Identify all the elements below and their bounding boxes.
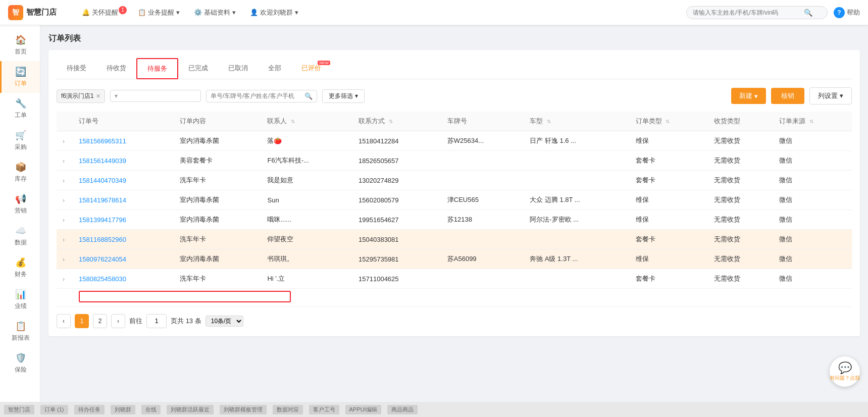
page-1-button[interactable]: 1 bbox=[75, 314, 89, 328]
new-order-button[interactable]: 新建 ▾ bbox=[731, 88, 766, 104]
tab-pending-service[interactable]: 待服务 bbox=[136, 58, 178, 79]
col-contact[interactable]: 联系人 ⇅ bbox=[261, 112, 352, 131]
global-search-input[interactable] bbox=[693, 9, 804, 16]
taskbar-item-9[interactable]: APPUI编辑 bbox=[345, 405, 381, 414]
order-table: 订单号 订单内容 联系人 ⇅ 联系方式 ⇅ 车牌号 车型 ⇅ 订单类型 ⇅ 收货… bbox=[57, 112, 852, 307]
expand-cell[interactable]: › bbox=[57, 249, 73, 269]
taskbar-item-8[interactable]: 客户工号 bbox=[309, 405, 339, 414]
sidebar-item-purchase[interactable]: 🛒 采购 bbox=[0, 125, 40, 157]
taskbar-item-1[interactable]: 订单 (1) bbox=[40, 405, 68, 414]
nav-basic-data[interactable]: ⚙️ 基础资料 ▾ bbox=[188, 5, 242, 20]
tab-cancelled[interactable]: 已取消 bbox=[218, 59, 258, 79]
order-no-link[interactable]: 1581440470349 bbox=[79, 177, 126, 184]
car-model-cell bbox=[524, 269, 630, 289]
expand-cell[interactable]: › bbox=[57, 151, 73, 171]
expand-icon[interactable]: › bbox=[63, 158, 65, 165]
column-settings-button[interactable]: 列设置 ▾ bbox=[809, 87, 852, 105]
sidebar-item-workorder[interactable]: 🔧 工单 bbox=[0, 93, 40, 125]
expand-icon[interactable]: › bbox=[63, 177, 65, 184]
order-no-link[interactable]: 1581561449039 bbox=[79, 157, 126, 165]
order-icon: 🔄 bbox=[15, 66, 26, 77]
chat-widget[interactable]: 💬 有问题？点我 bbox=[830, 356, 860, 387]
prev-page-button[interactable]: ‹ bbox=[57, 314, 71, 328]
taskbar-item-4[interactable]: 在线 bbox=[141, 405, 161, 414]
expand-icon[interactable]: › bbox=[63, 236, 65, 243]
nav-care-reminder[interactable]: 🔔 关怀提醒 1 ▾ bbox=[76, 5, 130, 20]
tab-all[interactable]: 全部 bbox=[258, 59, 291, 79]
expand-cell[interactable]: › bbox=[57, 210, 73, 230]
contact-cell: Hi '.立 bbox=[261, 269, 352, 289]
order-no-link[interactable]: 1581399417796 bbox=[79, 216, 126, 224]
order-type-cell: 套餐卡 bbox=[630, 151, 708, 171]
more-filter-button[interactable]: 更多筛选 ▾ bbox=[322, 89, 365, 103]
sidebar-item-data[interactable]: ☁️ 数据 bbox=[0, 220, 40, 252]
taskbar-item-10[interactable]: 商品商品 bbox=[387, 405, 418, 414]
source-cell: 微信 bbox=[773, 151, 852, 171]
audit-button[interactable]: 核销 bbox=[771, 88, 804, 104]
global-search-bar[interactable]: 🔍 bbox=[686, 6, 828, 19]
page-title: 订单列表 bbox=[48, 33, 860, 44]
col-source[interactable]: 订单来源 ⇅ bbox=[773, 112, 852, 131]
store-selector[interactable]: ▾ bbox=[110, 90, 201, 102]
col-order-type[interactable]: 订单类型 ⇅ bbox=[630, 112, 708, 131]
taskbar-item-2[interactable]: 待办任务 bbox=[74, 405, 105, 414]
col-receive-type: 收货类型 bbox=[708, 112, 773, 131]
sidebar-item-order[interactable]: 🔄 订单 bbox=[0, 61, 40, 93]
car-model-cell: 日产 轩逸 1.6 ... bbox=[524, 131, 630, 151]
sidebar-item-marketing[interactable]: 📢 营销 bbox=[0, 188, 40, 220]
order-search-bar[interactable]: 🔍 bbox=[206, 90, 317, 102]
tab-reviewed[interactable]: 已评价 NEW bbox=[291, 59, 331, 79]
taskbar-item-0[interactable]: 智慧门店 bbox=[4, 405, 34, 414]
tab-completed[interactable]: 已完成 bbox=[178, 59, 218, 79]
expand-icon[interactable]: › bbox=[63, 256, 65, 263]
col-order-no: 订单号 bbox=[73, 112, 174, 131]
col-car-model[interactable]: 车型 ⇅ bbox=[524, 112, 630, 131]
col-phone[interactable]: 联系方式 ⇅ bbox=[352, 112, 441, 131]
logo-area[interactable]: 智 智慧门店 bbox=[8, 5, 64, 20]
expand-icon[interactable]: › bbox=[63, 138, 65, 145]
expand-icon[interactable]: › bbox=[63, 276, 65, 283]
expand-cell[interactable]: › bbox=[57, 269, 73, 289]
sidebar-item-insurance[interactable]: 🛡️ 保险 bbox=[0, 347, 40, 379]
per-page-selector[interactable]: 10条/页 20条/页 50条/页 bbox=[206, 316, 243, 327]
order-no-cell: 1580976224054 bbox=[73, 249, 174, 269]
sidebar-item-inventory[interactable]: 📦 库存 bbox=[0, 157, 40, 188]
sidebar-item-finance[interactable]: 💰 财务 bbox=[0, 252, 40, 284]
help-button[interactable]: ? 帮助 bbox=[834, 7, 860, 18]
content-cell: 美容套餐卡 bbox=[174, 151, 261, 171]
taskbar-item-5[interactable]: 刘晓群活跃最近 bbox=[167, 405, 214, 414]
nav-business-reminder[interactable]: 📋 业务提醒 ▾ bbox=[132, 5, 186, 20]
order-no-link[interactable]: 1581566965311 bbox=[79, 137, 126, 145]
sidebar-item-reports[interactable]: 📋 新报表 bbox=[0, 316, 40, 347]
next-page-button[interactable]: › bbox=[111, 314, 125, 328]
page-2-button[interactable]: 2 bbox=[93, 314, 107, 328]
contact-cell: 落🍅 bbox=[261, 131, 352, 151]
expand-icon[interactable]: › bbox=[63, 197, 65, 204]
taskbar-item-3[interactable]: 刘晓群 bbox=[111, 405, 135, 414]
order-no-link[interactable]: 1581168852960 bbox=[79, 236, 126, 243]
expand-cell[interactable]: › bbox=[57, 171, 73, 190]
page-goto-input[interactable] bbox=[146, 314, 167, 328]
tab-pending-accept[interactable]: 待接受 bbox=[57, 59, 96, 79]
sidebar-item-home[interactable]: 🏠 首页 bbox=[0, 29, 40, 61]
expand-icon[interactable]: › bbox=[63, 217, 65, 224]
tab-pending-goods[interactable]: 待收货 bbox=[96, 59, 136, 79]
inline-text-input[interactable] bbox=[83, 293, 287, 300]
order-no-link[interactable]: 1581419678614 bbox=[79, 196, 126, 204]
order-search-input[interactable] bbox=[211, 92, 304, 99]
order-no-link[interactable]: 1580976224054 bbox=[79, 255, 126, 263]
nav-user[interactable]: 👤 欢迎刘晓群 ▾ bbox=[244, 5, 304, 20]
sidebar-label-reports: 新报表 bbox=[12, 334, 30, 342]
receive-type-cell: 无需收货 bbox=[708, 171, 773, 190]
sidebar-label-marketing: 营销 bbox=[15, 206, 27, 215]
expand-cell[interactable]: › bbox=[57, 230, 73, 249]
car-model-cell: 大众 迈腾 1.8T ... bbox=[524, 190, 630, 210]
expand-cell[interactable]: › bbox=[57, 190, 73, 210]
store-filter-tag[interactable]: f6演示门店1 ✕ bbox=[57, 89, 105, 103]
taskbar-item-6[interactable]: 刘晓群模板管理 bbox=[220, 405, 267, 414]
expand-cell[interactable]: › bbox=[57, 131, 73, 151]
sidebar-item-performance[interactable]: 📊 业绩 bbox=[0, 284, 40, 316]
order-no-link[interactable]: 1580825458030 bbox=[79, 275, 126, 283]
store-tag-close[interactable]: ✕ bbox=[96, 93, 100, 99]
taskbar-item-7[interactable]: 数据对应 bbox=[273, 405, 303, 414]
